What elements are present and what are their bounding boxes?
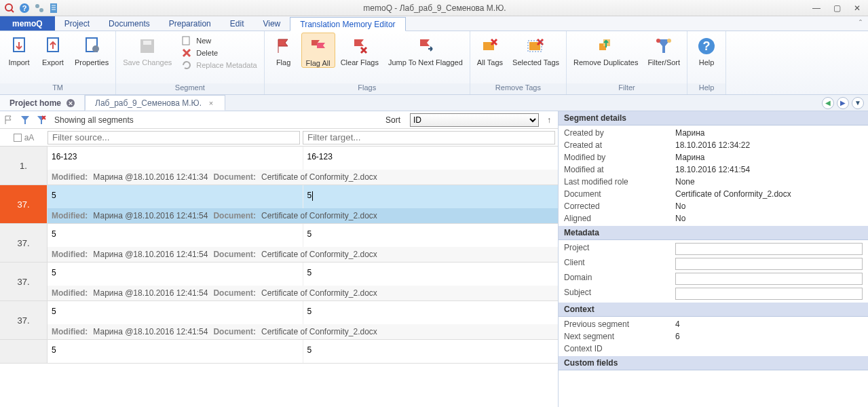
help-icon[interactable]: ? [19, 3, 30, 14]
menu-tab-project[interactable]: Project [55, 16, 99, 31]
close-tab-icon[interactable]: × [67, 99, 75, 107]
metadata-header: Metadata [559, 226, 868, 240]
detail-row: Modified byМарина [559, 151, 868, 163]
nav-dropdown-button[interactable]: ▼ [852, 97, 864, 109]
save-changes-button: Save Changes [119, 33, 176, 66]
segment-grid[interactable]: 1.16-12316-123Modified:Марина @18.10.201… [0, 147, 558, 407]
clear-flags-button[interactable]: Clear Flags [337, 33, 383, 66]
detail-row: DocumentCertificate of Conformity_2.docx [559, 188, 868, 200]
source-cell[interactable]: 5 [48, 185, 303, 208]
detail-row: Created byМарина [559, 127, 868, 139]
target-cell[interactable]: 16-123 [303, 147, 559, 170]
flag-button[interactable]: Flag [267, 33, 300, 66]
svg-rect-15 [143, 41, 151, 45]
metadata-input-domain[interactable] [675, 273, 863, 285]
svg-point-22 [656, 39, 660, 43]
target-cell[interactable]: 5 [303, 301, 559, 324]
context-row: Context ID [559, 343, 868, 355]
nav-back-button[interactable]: ◀ [822, 97, 834, 109]
table-row[interactable]: 55 [0, 340, 558, 364]
tab-file[interactable]: Лаб_раб_9_Семенова М.Ю. × [85, 95, 225, 111]
jump-next-flagged-button[interactable]: Jump To Next Flagged [384, 33, 467, 66]
close-tab-icon[interactable]: × [207, 99, 215, 107]
ribbon-collapse[interactable]: ˆ [853, 16, 868, 31]
svg-point-4 [35, 4, 39, 8]
app-icon [4, 3, 15, 14]
target-cell[interactable]: 5 [303, 224, 559, 247]
sort-select[interactable]: ID [410, 113, 539, 127]
help-button[interactable]: ? Help [690, 33, 723, 66]
svg-line-1 [11, 9, 14, 12]
context-row: Next segment6 [559, 330, 868, 343]
metadata-input-project[interactable] [675, 243, 863, 255]
svg-point-23 [667, 39, 671, 43]
sort-direction-button[interactable]: ↑ [543, 114, 555, 126]
new-segment-button[interactable]: New [181, 35, 257, 46]
metadata-row: Client [559, 256, 868, 271]
filter-sort-button[interactable]: Filter/Sort [643, 33, 684, 66]
source-cell[interactable]: 5 [48, 224, 303, 247]
funnel-filter-icon[interactable] [19, 114, 31, 126]
custom-fields-header: Custom fields [559, 356, 868, 370]
row-number: 37. [0, 185, 48, 223]
group-tm-label: TM [0, 83, 115, 94]
table-row[interactable]: 37.55Modified:Марина @18.10.2016 12:41:5… [0, 263, 558, 301]
properties-button[interactable]: Properties [71, 33, 113, 66]
case-label: aA [24, 133, 35, 142]
segment-details-header: Segment details [559, 111, 868, 125]
replace-metadata-button: Replace Metadata [181, 60, 257, 71]
case-checkbox[interactable] [14, 134, 22, 142]
remove-selected-tags-button[interactable]: Selected Tags [508, 33, 563, 66]
menu-tab-documents[interactable]: Documents [99, 16, 159, 31]
remove-duplicates-button[interactable]: Remove Duplicates [569, 33, 642, 66]
row-number: 37. [0, 224, 48, 262]
menu-tab-edit[interactable]: Edit [221, 16, 254, 31]
brand[interactable]: memoQ [0, 16, 55, 31]
menu-bar: memoQ ProjectDocumentsPreparationEditVie… [0, 16, 868, 31]
export-button[interactable]: Export [37, 33, 69, 66]
target-cell[interactable]: 5 [303, 185, 559, 208]
row-number: 37. [0, 263, 48, 301]
table-row[interactable]: 37.55Modified:Марина @18.10.2016 12:41:5… [0, 224, 558, 263]
target-cell[interactable]: 5 [303, 263, 559, 286]
source-cell[interactable]: 16-123 [48, 147, 303, 170]
source-cell[interactable]: 5 [48, 301, 303, 324]
metadata-input-client[interactable] [675, 258, 863, 270]
table-row[interactable]: 37.55Modified:Марина @18.10.2016 12:41:5… [0, 185, 558, 224]
notes-icon[interactable] [49, 3, 60, 14]
menu-tab-translation-memory-editor[interactable]: Translation Memory Editor [290, 17, 405, 31]
svg-rect-16 [183, 37, 189, 45]
svg-text:?: ? [22, 4, 27, 12]
filter-bar: Showing all segments Sort ID ↑ [0, 111, 558, 129]
minimize-button[interactable]: — [810, 3, 823, 14]
table-row[interactable]: 37.55Modified:Марина @18.10.2016 12:41:5… [0, 301, 558, 340]
delete-segment-button[interactable]: Delete [181, 47, 257, 58]
svg-point-5 [39, 8, 43, 12]
window-title: memoQ - Лаб_раб_9_Семенова М.Ю. [60, 3, 810, 13]
flag-filter-icon[interactable] [3, 114, 15, 126]
svg-text:?: ? [703, 39, 711, 53]
close-window-button[interactable]: ✕ [850, 3, 864, 14]
tab-project-home[interactable]: Project home × [0, 95, 85, 111]
context-row: Previous segment4 [559, 318, 868, 330]
nav-forward-button[interactable]: ▶ [837, 97, 849, 109]
sort-label: Sort [385, 115, 400, 125]
detail-row: Last modified roleNone [559, 176, 868, 188]
settings-icon[interactable] [34, 3, 45, 14]
flag-all-button[interactable]: Flag All [301, 33, 335, 68]
menu-tab-preparation[interactable]: Preparation [159, 16, 221, 31]
metadata-row: Project [559, 241, 868, 256]
import-button[interactable]: Import [3, 33, 35, 66]
remove-all-tags-button[interactable]: All Tags [473, 33, 507, 66]
menu-tab-view[interactable]: View [253, 16, 290, 31]
clear-filter-icon[interactable] [35, 114, 48, 126]
row-number: 1. [0, 147, 48, 185]
filter-source-input[interactable] [48, 131, 300, 144]
detail-row: AlignedNo [559, 212, 868, 225]
table-row[interactable]: 1.16-12316-123Modified:Марина @18.10.201… [0, 147, 558, 185]
detail-row: Created at18.10.2016 12:34:22 [559, 139, 868, 151]
maximize-button[interactable]: ▢ [830, 3, 844, 14]
metadata-input-subject[interactable] [675, 288, 863, 300]
filter-target-input[interactable] [303, 131, 555, 144]
source-cell[interactable]: 5 [48, 263, 303, 286]
